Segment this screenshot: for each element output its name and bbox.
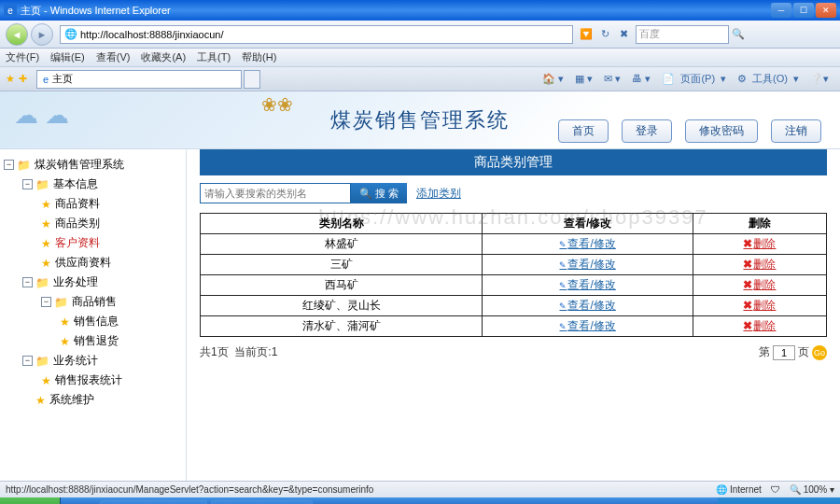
new-tab-button[interactable] (244, 70, 260, 89)
tools-menu[interactable]: ⚙ 工具(O) ▾ (737, 72, 799, 86)
table-row: 三矿✎查看/修改✖删除 (201, 255, 827, 275)
internet-zone: 🌐 Internet (716, 484, 762, 495)
maximize-button[interactable]: ☐ (793, 3, 814, 18)
category-search-input[interactable] (200, 183, 351, 203)
menu-view[interactable]: 查看(V) (96, 50, 131, 64)
panel-title: 商品类别管理 (200, 149, 827, 175)
page-content: ☁ ☁ ❀❀ 煤炭销售管理系统 首页 登录 修改密码 注销 −📁煤炭销售管理系统… (0, 91, 840, 481)
address-bar[interactable]: 🌐 (60, 25, 573, 44)
go-button[interactable]: 🔽 (578, 26, 595, 43)
delete-link[interactable]: ✖删除 (743, 278, 776, 291)
add-category-link[interactable]: 添加类别 (416, 186, 461, 202)
tree-business[interactable]: −📁业务处理 (4, 273, 182, 292)
menu-edit[interactable]: 编辑(E) (50, 50, 85, 64)
top-btn-logout[interactable]: 注销 (771, 119, 821, 143)
mail-icon[interactable]: ✉ ▾ (604, 73, 621, 85)
cloud-decoration: ☁ ☁ (14, 101, 69, 130)
taskbar-app-ie[interactable]: e 主页 - Windows I… (211, 500, 313, 504)
url-input[interactable] (80, 29, 568, 40)
search-button[interactable]: 🔍搜 索 (351, 183, 407, 203)
top-button-row: 首页 登录 修改密码 注销 (558, 119, 821, 143)
taskbar-app-myeclipse[interactable]: ◆ MyEclipse Java E… (100, 500, 207, 504)
tree-item-product-info[interactable]: ★商品资料 (4, 194, 182, 214)
search-row: 🔍搜 索 添加类别 (200, 183, 827, 203)
delete-link[interactable]: ✖删除 (743, 299, 776, 312)
cell-name: 红绫矿、灵山长 (201, 296, 483, 316)
tree-statistics[interactable]: −📁业务统计 (4, 351, 182, 371)
tree-item-system-maint[interactable]: ★系统维护 (4, 390, 182, 410)
pager-goto-input[interactable] (773, 345, 795, 360)
col-name: 类别名称 (201, 214, 483, 234)
tree-root[interactable]: −📁煤炭销售管理系统 (4, 155, 182, 175)
search-provider-box[interactable]: 百度 (636, 25, 729, 44)
top-btn-password[interactable]: 修改密码 (685, 119, 758, 143)
ie-icon: e (4, 4, 17, 17)
cell-name: 西马矿 (201, 275, 483, 296)
nav-toolbar: ◄ ► 🌐 🔽 ↻ ✖ 百度 🔍 (0, 21, 840, 49)
tree-item-product-category[interactable]: ★商品类别 (4, 214, 182, 233)
table-row: 林盛矿✎查看/修改✖删除 (201, 234, 827, 255)
tab-bar: ★ ✚ e 主页 🏠 ▾ ▦ ▾ ✉ ▾ 🖶 ▾ 📄 页面(P) ▾ ⚙ 工具(… (0, 67, 840, 91)
protected-mode-icon: 🛡 (771, 484, 780, 495)
help-icon[interactable]: ❔▾ (810, 73, 829, 85)
favorites-star-icon[interactable]: ★ (6, 73, 15, 85)
menu-favorites[interactable]: 收藏夹(A) (141, 50, 186, 64)
windows-taskbar: ◉ 开始 🌐 📁 ◆ MyEclipse Java E… e 主页 - Wind… (0, 497, 840, 504)
menu-file[interactable]: 文件(F) (6, 50, 39, 64)
edit-link[interactable]: ✎查看/修改 (559, 299, 615, 312)
cell-name: 三矿 (201, 255, 483, 275)
tree-sales[interactable]: −📁商品销售 (4, 292, 182, 312)
menu-help[interactable]: 帮助(H) (242, 50, 276, 64)
tab-page-icon: e (43, 74, 49, 85)
pager-total: 共1页 (200, 344, 229, 360)
minimize-button[interactable]: ─ (771, 3, 791, 18)
edit-link[interactable]: ✎查看/修改 (559, 237, 615, 250)
sidebar-tree: −📁煤炭销售管理系统 −📁基本信息 ★商品资料 ★商品类别 ★客户资料 ★供应商… (0, 149, 187, 481)
back-button[interactable]: ◄ (6, 23, 28, 46)
status-bar: http://localhost:8888/jinxiaocun/ManageS… (0, 481, 840, 497)
top-btn-home[interactable]: 首页 (558, 119, 609, 143)
edit-link[interactable]: ✎查看/修改 (559, 319, 615, 332)
edit-link[interactable]: ✎查看/修改 (559, 258, 615, 271)
zoom-level[interactable]: 🔍 100% ▾ (790, 484, 834, 495)
window-titlebar: e 主页 - Windows Internet Explorer ─ ☐ ✕ (0, 0, 840, 21)
system-title: 煤炭销售管理系统 (330, 106, 510, 134)
delete-link[interactable]: ✖删除 (743, 237, 776, 250)
magnifier-icon: 🔍 (359, 188, 372, 200)
home-icon[interactable]: 🏠 ▾ (542, 73, 564, 85)
system-tray: 🛡 🔊 👤 ⚙ 🔵 🖧 16:37 (718, 497, 840, 504)
table-row: 清水矿、蒲河矿✎查看/修改✖删除 (201, 316, 827, 337)
delete-link[interactable]: ✖删除 (743, 258, 776, 271)
page-menu[interactable]: 📄 页面(P) ▾ (662, 72, 726, 86)
print-icon[interactable]: 🖶 ▾ (632, 73, 651, 85)
add-favorite-icon[interactable]: ✚ (19, 73, 27, 85)
pager-current: 当前页:1 (234, 344, 277, 360)
banner: ☁ ☁ ❀❀ 煤炭销售管理系统 首页 登录 修改密码 注销 (0, 91, 840, 149)
table-row: 红绫矿、灵山长✎查看/修改✖删除 (201, 296, 827, 316)
delete-link[interactable]: ✖删除 (743, 319, 776, 332)
menu-bar: 文件(F) 编辑(E) 查看(V) 收藏夹(A) 工具(T) 帮助(H) (0, 49, 840, 67)
refresh-button[interactable]: ↻ (596, 26, 613, 43)
start-button[interactable]: ◉ 开始 (0, 497, 61, 504)
browser-tab[interactable]: e 主页 (36, 70, 242, 89)
tree-item-supplier-info[interactable]: ★供应商资料 (4, 253, 182, 273)
pager-prefix: 第 (759, 344, 770, 360)
tree-item-sales-info[interactable]: ★销售信息 (4, 312, 182, 331)
top-btn-login[interactable]: 登录 (622, 119, 672, 143)
search-go-icon[interactable]: 🔍 (730, 26, 747, 43)
forward-button[interactable]: ► (31, 23, 53, 46)
stop-button[interactable]: ✖ (615, 26, 632, 43)
cell-name: 清水矿、蒲河矿 (201, 316, 483, 337)
tab-title: 主页 (52, 72, 73, 86)
tree-item-customer-info[interactable]: ★客户资料 (4, 233, 182, 253)
close-button[interactable]: ✕ (816, 3, 836, 18)
feeds-icon[interactable]: ▦ ▾ (575, 73, 593, 85)
tree-item-sales-return[interactable]: ★销售退货 (4, 331, 182, 351)
tree-basic-info[interactable]: −📁基本信息 (4, 175, 182, 194)
leaves-decoration: ❀❀ (261, 93, 293, 116)
menu-tools[interactable]: 工具(T) (197, 50, 231, 64)
tree-item-sales-report[interactable]: ★销售报表统计 (4, 371, 182, 390)
pager-go-button[interactable]: Go (812, 345, 827, 360)
category-table: 类别名称 查看/修改 删除 林盛矿✎查看/修改✖删除三矿✎查看/修改✖删除西马矿… (200, 213, 827, 337)
edit-link[interactable]: ✎查看/修改 (559, 278, 615, 291)
